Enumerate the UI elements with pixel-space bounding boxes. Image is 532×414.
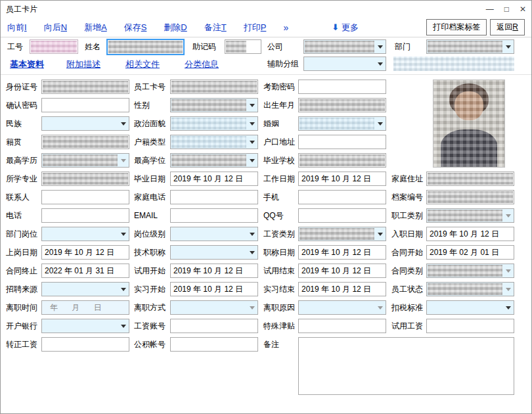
education-combo[interactable]	[41, 153, 129, 168]
dropdown-arrow-icon[interactable]	[118, 117, 129, 130]
dept-post-combo[interactable]	[41, 227, 129, 241]
tab-basic-info[interactable]: 基本资料	[10, 58, 44, 70]
qq-input[interactable]	[298, 208, 386, 223]
leave-way-combo[interactable]	[170, 300, 258, 315]
emp-status-combo[interactable]	[426, 282, 514, 296]
more-button[interactable]: ⬇更多	[332, 22, 359, 34]
dropdown-arrow-icon[interactable]	[247, 154, 257, 167]
save-button[interactable]: 保存S	[124, 22, 147, 34]
toolbar-overflow-icon[interactable]: »	[283, 22, 288, 33]
nav-back-button[interactable]: 向后N	[44, 22, 67, 34]
marriage-combo[interactable]	[298, 116, 386, 131]
tab-classification[interactable]: 分类信息	[185, 58, 219, 70]
tax-std-combo[interactable]	[426, 300, 514, 315]
remark-textarea[interactable]	[298, 337, 514, 395]
probation-start-input[interactable]: 2019 年 10 月 12 日	[170, 264, 258, 278]
dropdown-arrow-icon[interactable]	[503, 264, 514, 277]
note-button[interactable]: 备注T	[204, 22, 227, 34]
grad-date-input[interactable]: 2019 年 10 月 12 日	[170, 172, 258, 186]
contract-end-input[interactable]: 2022 年 01 月 31 日	[41, 264, 129, 278]
delete-button[interactable]: 删除D	[164, 22, 187, 34]
dropdown-arrow-icon[interactable]	[375, 227, 386, 241]
contact-input[interactable]	[41, 190, 129, 204]
maximize-button[interactable]: □	[504, 3, 509, 15]
confirm-pwd-input[interactable]	[41, 98, 129, 112]
allowance-input[interactable]	[298, 319, 386, 333]
work-date-input[interactable]: 2019 年 10 月 12 日	[298, 172, 386, 186]
dropdown-arrow-icon[interactable]	[247, 301, 257, 314]
aux-group-combo[interactable]	[303, 57, 386, 71]
dropdown-arrow-icon[interactable]	[503, 209, 514, 222]
staff-type-combo[interactable]	[426, 208, 514, 223]
salary-type-combo[interactable]	[298, 227, 386, 241]
dropdown-arrow-icon[interactable]	[375, 117, 386, 130]
hire-date-input[interactable]: 2019 年 10 月 12 日	[426, 227, 514, 241]
minimize-button[interactable]: —	[486, 3, 494, 15]
dropdown-arrow-icon[interactable]	[247, 135, 257, 149]
dropdown-arrow-icon[interactable]	[247, 99, 257, 112]
birth-input[interactable]	[298, 98, 386, 112]
tech-title-combo[interactable]	[170, 245, 258, 260]
print-button[interactable]: 打印P	[244, 22, 267, 34]
probation-salary-input[interactable]	[426, 319, 514, 333]
salary-account-input[interactable]	[170, 319, 258, 333]
dropdown-arrow-icon[interactable]	[247, 227, 257, 241]
emp-no-input[interactable]	[30, 39, 78, 54]
dropdown-arrow-icon[interactable]	[118, 227, 129, 241]
ethnicity-combo[interactable]	[41, 116, 129, 131]
contract-type-combo[interactable]	[426, 264, 514, 278]
leave-reason-combo[interactable]	[298, 300, 386, 315]
email-input[interactable]	[170, 208, 258, 223]
onboard-date-input[interactable]: 2019 年 10 月 12 日	[41, 245, 129, 260]
mobile-input[interactable]	[298, 190, 386, 204]
dropdown-arrow-icon[interactable]	[375, 301, 386, 314]
dropdown-arrow-icon[interactable]	[247, 117, 257, 130]
dept-combo[interactable]	[426, 39, 514, 54]
emp-card-input[interactable]	[170, 80, 258, 94]
company-combo[interactable]	[303, 39, 386, 54]
close-button[interactable]: ✕	[520, 3, 526, 15]
return-button[interactable]: 返回R	[490, 19, 525, 35]
nav-forward-button[interactable]: 向前I	[7, 22, 27, 34]
leave-date-input[interactable]: 年 月 日	[41, 300, 129, 315]
dropdown-arrow-icon[interactable]	[118, 154, 129, 167]
gender-combo[interactable]	[170, 98, 258, 112]
post-level-combo[interactable]	[170, 227, 258, 241]
mnemonic-input[interactable]	[225, 39, 261, 54]
contract-start-input[interactable]: 2019 年 02 月 01 日	[426, 245, 514, 260]
dropdown-arrow-icon[interactable]	[375, 57, 386, 70]
new-button[interactable]: 新增A	[84, 22, 107, 34]
probation-end-input[interactable]: 2019 年 10 月 12 日	[298, 264, 386, 278]
dropdown-arrow-icon[interactable]	[503, 301, 514, 314]
attendance-pwd-input[interactable]	[298, 80, 386, 94]
dropdown-arrow-icon[interactable]	[118, 319, 129, 333]
dropdown-arrow-icon[interactable]	[503, 283, 514, 296]
political-combo[interactable]	[170, 116, 258, 131]
print-archive-label-button[interactable]: 打印档案标签	[426, 19, 487, 35]
intern-start-input[interactable]: 2019 年 10 月 12 日	[170, 282, 258, 296]
major-input[interactable]	[41, 172, 129, 186]
household-type-combo[interactable]	[170, 135, 258, 149]
school-input[interactable]	[298, 153, 386, 168]
title-date-input[interactable]: 2019 年 10 月 12 日	[298, 245, 386, 260]
dropdown-arrow-icon[interactable]	[375, 40, 386, 53]
archive-no-input[interactable]	[426, 190, 514, 204]
fund-account-input[interactable]	[170, 337, 258, 352]
home-phone-input[interactable]	[170, 190, 258, 204]
tab-additional-desc[interactable]: 附加描述	[66, 58, 100, 70]
phone-input[interactable]	[41, 208, 129, 223]
regular-salary-input[interactable]	[41, 337, 129, 352]
dropdown-arrow-icon[interactable]	[247, 246, 257, 259]
bank-combo[interactable]	[41, 319, 129, 333]
degree-combo[interactable]	[170, 153, 258, 168]
id-card-input[interactable]	[41, 80, 129, 94]
home-addr-input[interactable]	[426, 172, 514, 186]
native-place-input[interactable]	[41, 135, 129, 149]
name-input[interactable]	[106, 39, 185, 55]
dropdown-arrow-icon[interactable]	[118, 283, 129, 296]
dropdown-arrow-icon[interactable]	[503, 40, 514, 53]
intern-end-input[interactable]: 2019 年 10 月 12 日	[298, 282, 386, 296]
household-addr-input[interactable]	[298, 135, 386, 149]
recruit-source-combo[interactable]	[41, 282, 129, 296]
tab-related-files[interactable]: 相关文件	[125, 58, 160, 70]
